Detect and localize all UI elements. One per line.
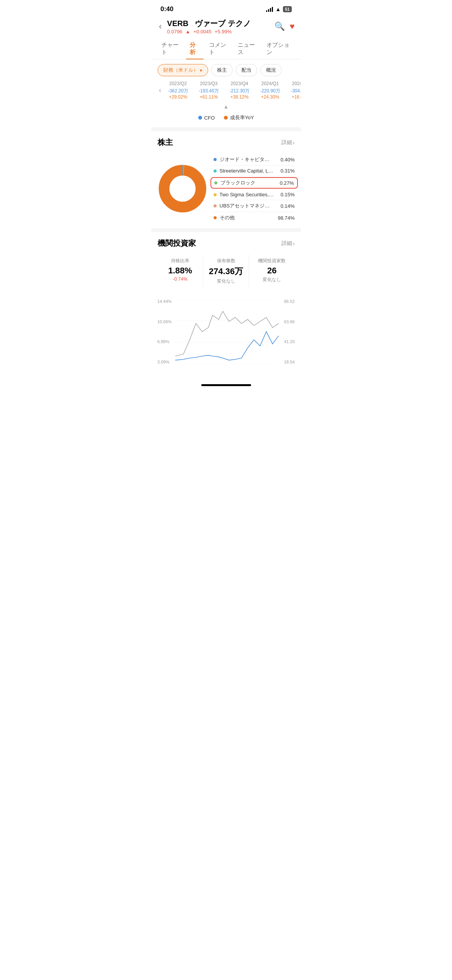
collapse-chart-button[interactable]: ▲ xyxy=(151,101,301,111)
stat-label: 持株比率 xyxy=(158,258,203,264)
stat-change: -0.74% xyxy=(158,276,203,282)
legend-growth: 成長率YoY xyxy=(224,114,254,121)
institutional-section: 機関投資家 詳細 › 持株比率 1.88% -0.74% 保有株数 274.36… xyxy=(151,232,301,295)
filter-shareholders[interactable]: 株主 xyxy=(211,64,233,76)
home-bar xyxy=(201,384,251,386)
home-indicator xyxy=(151,378,301,389)
shareholder-pct: 0.40% xyxy=(281,157,295,163)
chart-y-right: 86.52 63.86 41.20 18.54 xyxy=(284,299,295,364)
shareholder-item: Streeterville Capital, L… 0.31% xyxy=(214,166,295,176)
status-icons: ▲ 51 xyxy=(266,6,291,12)
shareholder-pct: 0.14% xyxy=(281,203,295,209)
tab-news[interactable]: ニュース xyxy=(234,38,261,59)
header-actions: 🔍 ♥ xyxy=(274,21,294,31)
shareholder-pct: 98.74% xyxy=(278,215,294,221)
legend-cfo-label: CFO xyxy=(204,115,215,121)
filter-dividend[interactable]: 配当 xyxy=(236,64,257,76)
header: ‹ VERB ヴァーブ テクノ 0.0796 ▲ +0.0045 +5.99% … xyxy=(151,15,301,36)
stat-holdings-ratio: 持株比率 1.88% -0.74% xyxy=(158,255,204,288)
shareholder-name: UBSアセットマネジ… xyxy=(220,202,281,209)
institutional-detail-link[interactable]: 詳細 › xyxy=(281,240,295,247)
fin-val-blue: -212.30万 xyxy=(226,88,253,94)
financial-table-inner: ‹ 2023/Q2 -362.20万 +29.02% 2023/Q3 -193.… xyxy=(158,79,295,101)
fin-val-blue: -362.20万 xyxy=(164,88,192,94)
filter-row: 財務（米ドル） ▾ 株主 配当 概況 xyxy=(151,59,301,79)
stat-label: 保有株数 xyxy=(203,258,249,264)
financial-table: ‹ 2023/Q2 -362.20万 +29.02% 2023/Q3 -193.… xyxy=(151,79,301,101)
stock-title-area: VERB ヴァーブ テクノ 0.0796 ▲ +0.0045 +5.99% xyxy=(167,18,271,35)
shareholder-item: ジオード・キャピタ… 0.40% xyxy=(214,154,295,166)
stat-change: 変化なし xyxy=(203,278,249,284)
y-label: 14.44% xyxy=(158,299,172,304)
fin-val-orange: +24.30% xyxy=(256,94,284,100)
legend-cfo-dot xyxy=(198,116,202,120)
legend-growth-dot xyxy=(224,116,228,120)
fin-col-q1-2024: 2024/Q1 -220.90万 +24.30% xyxy=(255,79,286,101)
shareholder-pct: 0.27% xyxy=(280,180,294,186)
institutional-header: 機関投資家 詳細 › xyxy=(158,238,295,248)
fin-col-header: 2023/Q4 xyxy=(226,81,253,86)
chart-y-left: 14.44% 10.66% 6.88% 3.09% xyxy=(158,299,172,364)
fin-val-blue: -220.90万 xyxy=(256,88,284,94)
stat-label: 機関投資家数 xyxy=(249,258,295,264)
price-change: +0.0045 xyxy=(193,29,211,35)
legend-cfo: CFO xyxy=(198,114,215,121)
fin-col-header: 2024/Q2 xyxy=(287,81,301,86)
stock-name: ヴァーブ テクノ xyxy=(195,19,251,28)
stat-value: 274.36万 xyxy=(203,266,249,277)
y-label: 10.66% xyxy=(158,319,172,324)
filter-overview[interactable]: 概況 xyxy=(260,64,282,76)
price-change-pct: +5.99% xyxy=(215,29,232,35)
search-button[interactable]: 🔍 xyxy=(274,21,285,31)
section-divider-2 xyxy=(151,228,301,232)
y-label-right: 18.54 xyxy=(284,360,295,364)
stat-value: 26 xyxy=(249,266,295,276)
tab-options[interactable]: オプション xyxy=(263,38,295,59)
fin-col-q2-2023: 2023/Q2 -362.20万 +29.02% xyxy=(163,79,194,101)
stat-investor-count: 機関投資家数 26 変化なし xyxy=(249,255,295,288)
shareholder-item: その他 98.74% xyxy=(214,212,295,224)
tab-chart[interactable]: チャート xyxy=(158,38,185,59)
fin-col-header: 2023/Q3 xyxy=(195,81,223,86)
shareholders-section: 株主 詳細 › xyxy=(151,131,301,228)
legend-growth-label: 成長率YoY xyxy=(230,114,254,121)
shareholder-name: Streeterville Capital, L… xyxy=(220,168,281,174)
svg-point-6 xyxy=(169,176,196,202)
stock-price: 0.0796 xyxy=(167,29,182,35)
shareholders-list: ジオード・キャピタ… 0.40% Streeterville Capital, … xyxy=(214,154,295,224)
filter-financials[interactable]: 財務（米ドル） ▾ xyxy=(158,64,208,76)
fin-val-blue: -193.40万 xyxy=(195,88,223,94)
price-row: 0.0796 ▲ +0.0045 +5.99% xyxy=(167,29,271,35)
back-button[interactable]: ‹ xyxy=(158,20,163,33)
shareholder-name: ブラックロック xyxy=(220,179,280,186)
shareholders-title: 株主 xyxy=(158,137,173,148)
tab-comment[interactable]: コメント xyxy=(205,38,232,59)
institutional-title: 機関投資家 xyxy=(158,238,196,248)
fin-col-q4-2023: 2023/Q4 -212.30万 +38.12% xyxy=(224,79,255,101)
table-prev-button[interactable]: ‹ xyxy=(158,79,163,101)
shareholders-content: ジオード・キャピタ… 0.40% Streeterville Capital, … xyxy=(158,154,295,224)
shareholder-dot xyxy=(214,181,217,184)
donut-svg xyxy=(158,164,207,214)
institutional-chart-svg xyxy=(175,299,279,364)
shareholders-header: 株主 詳細 › xyxy=(158,137,295,148)
shareholder-dot xyxy=(214,169,217,173)
shareholder-dot xyxy=(214,158,217,161)
y-label-right: 86.52 xyxy=(284,299,295,304)
favorite-button[interactable]: ♥ xyxy=(289,21,294,31)
y-label: 6.88% xyxy=(158,339,172,344)
chart-legend: CFO 成長率YoY xyxy=(151,111,301,127)
fin-val-blue: -304.10万 xyxy=(287,88,301,94)
shareholder-name: その他 xyxy=(220,214,278,221)
shareholders-detail-link[interactable]: 詳細 › xyxy=(281,139,295,146)
fin-val-orange: +61.11% xyxy=(195,94,223,100)
tab-analysis[interactable]: 分析 xyxy=(186,38,203,59)
status-time: 0:40 xyxy=(161,5,174,13)
fin-col-header: 2024/Q1 xyxy=(256,81,284,86)
y-label-right: 63.86 xyxy=(284,319,295,324)
shareholder-item: Two Sigma Securities,… 0.15% xyxy=(214,189,295,200)
fin-val-orange: +29.02% xyxy=(164,94,192,100)
shareholder-dot xyxy=(214,193,217,196)
shareholder-pct: 0.15% xyxy=(281,192,295,197)
institutional-chart-area: 14.44% 10.66% 6.88% 3.09% 86.52 63.86 41… xyxy=(151,295,301,372)
